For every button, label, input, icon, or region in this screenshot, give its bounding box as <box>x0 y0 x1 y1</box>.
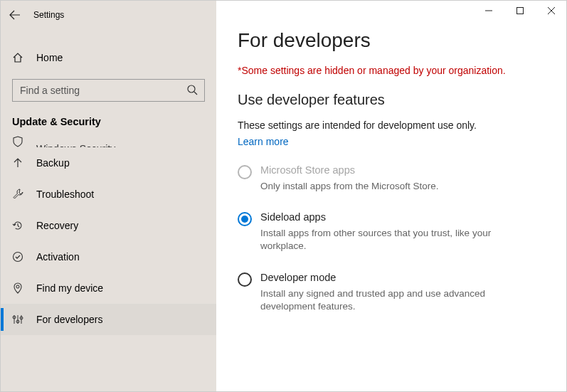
sidebar-item-find-my-device[interactable]: Find my device <box>1 272 216 304</box>
home-label: Home <box>36 52 63 63</box>
sidebar-item-label: For developers <box>36 314 102 325</box>
svg-rect-2 <box>517 8 524 14</box>
location-icon <box>12 282 23 294</box>
sidebar: Settings Home Update & Security Windows … <box>1 1 216 391</box>
titlebar: Settings <box>1 1 216 29</box>
window-controls <box>473 0 567 21</box>
page-title: For developers <box>238 29 545 52</box>
maximize-icon <box>516 7 524 14</box>
radio-description: Install any signed and trusted app and u… <box>260 287 531 313</box>
sidebar-item-activation[interactable]: Activation <box>1 241 216 272</box>
radio-microsoft-store-apps: Microsoft Store apps Only install apps f… <box>238 164 545 193</box>
sidebar-item-label: Backup <box>36 157 70 169</box>
window-title: Settings <box>29 10 64 20</box>
backup-arrow-icon <box>12 157 23 169</box>
minimize-icon <box>485 7 492 14</box>
minimize-button[interactable] <box>473 0 504 21</box>
search-wrap <box>12 79 205 102</box>
maximize-button[interactable] <box>504 0 536 21</box>
svg-point-0 <box>188 85 195 92</box>
sidebar-item-recovery[interactable]: Recovery <box>1 210 216 241</box>
search-icon <box>186 84 198 95</box>
shield-icon <box>12 136 23 147</box>
radio-title: Developer mode <box>260 272 531 283</box>
radio-title: Sideload apps <box>260 211 531 223</box>
sidebar-item-windows-security[interactable]: Windows Security <box>1 134 216 147</box>
sidebar-item-backup[interactable]: Backup <box>1 147 216 179</box>
org-warning: *Some settings are hidden or managed by … <box>238 65 545 76</box>
sidebar-item-label: Activation <box>36 251 80 263</box>
sidebar-item-for-developers[interactable]: For developers <box>1 304 216 335</box>
content-pane: For developers *Some settings are hidden… <box>216 1 566 391</box>
sidebar-item-troubleshoot[interactable]: Troubleshoot <box>1 179 216 210</box>
developer-features-radiogroup: Microsoft Store apps Only install apps f… <box>238 164 545 313</box>
radio-title: Microsoft Store apps <box>260 164 439 176</box>
back-button[interactable] <box>1 1 29 29</box>
arrow-left-icon <box>9 9 21 21</box>
history-icon <box>12 220 23 231</box>
radio-developer-mode[interactable]: Developer mode Install any signed and tr… <box>238 272 545 313</box>
wrench-icon <box>12 189 23 200</box>
sidebar-item-label: Recovery <box>36 220 78 231</box>
check-circle-icon <box>12 251 23 263</box>
radio-indicator <box>238 272 252 287</box>
category-heading: Update & Security <box>1 116 216 127</box>
section-heading: Use developer features <box>238 92 545 108</box>
svg-point-1 <box>14 253 23 262</box>
close-button[interactable] <box>536 0 567 21</box>
radio-indicator <box>238 212 252 226</box>
home-nav[interactable]: Home <box>1 43 216 72</box>
home-icon <box>12 52 23 63</box>
section-intro: These settings are intended for developm… <box>238 120 545 131</box>
nav-list: Windows Security Backup Troubleshoot Rec… <box>1 134 216 335</box>
sidebar-item-label: Find my device <box>36 282 103 294</box>
radio-sideload-apps[interactable]: Sideload apps Install apps from other so… <box>238 211 545 253</box>
sidebar-item-label: Troubleshoot <box>36 189 94 200</box>
radio-description: Install apps from other sources that you… <box>260 227 531 253</box>
radio-indicator <box>238 165 252 179</box>
search-input[interactable] <box>12 79 205 102</box>
close-icon <box>548 7 555 14</box>
sliders-icon <box>12 314 23 325</box>
radio-description: Only install apps from the Microsoft Sto… <box>260 180 439 193</box>
learn-more-link[interactable]: Learn more <box>238 136 289 147</box>
